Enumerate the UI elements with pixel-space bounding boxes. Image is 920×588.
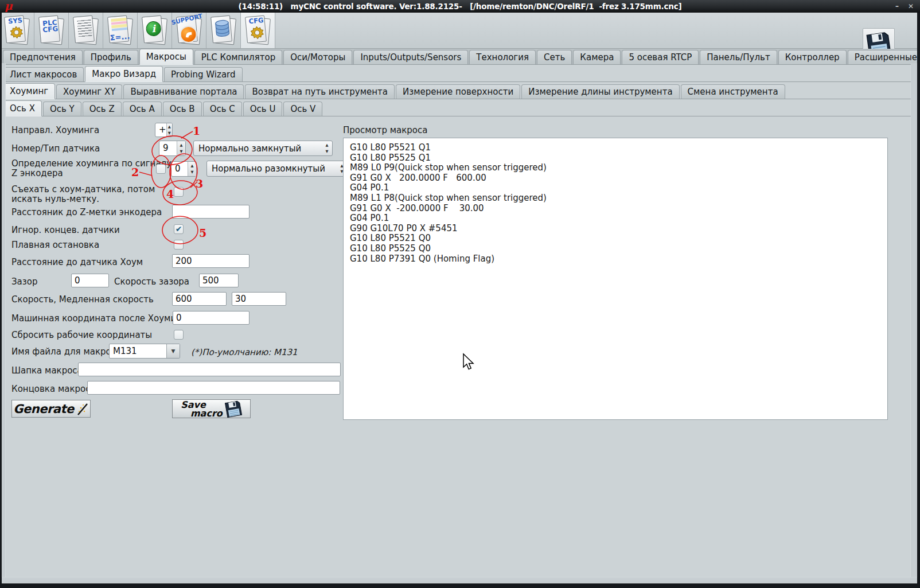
gear-icon — [250, 25, 264, 40]
toolbar-button-document[interactable] — [69, 13, 103, 48]
toolbar-button-cfg[interactable]: CFG — [241, 13, 275, 48]
home-distance-input[interactable] — [172, 254, 250, 268]
tab-plc-compiler[interactable]: PLC Компилятор — [194, 50, 282, 64]
arrow-up-icon[interactable]: ▲ — [191, 163, 194, 168]
minimize-button[interactable]: – — [890, 0, 904, 13]
frame-lines-bottom — [2, 577, 917, 583]
window-border-right — [917, 13, 920, 588]
fast-speed-input[interactable] — [172, 292, 227, 306]
arrow-up-icon[interactable]: ▲ — [326, 143, 329, 147]
arrow-down-icon[interactable]: ▼ — [191, 170, 194, 174]
reset-coords-label: Сбросить рабочие координаты — [11, 330, 152, 340]
tab-axis-v[interactable]: Ось V — [283, 102, 322, 116]
save-macro-button[interactable]: Save macro — [172, 399, 251, 418]
macro-footer-input[interactable] — [87, 381, 340, 395]
tab-homing-xy[interactable]: Хоуминг XY — [56, 84, 122, 99]
database-icon — [209, 14, 236, 46]
title-bar: μ (14:58:11) myCNC control software. Ver… — [0, 0, 920, 13]
gap-label: Зазор — [11, 277, 37, 287]
tab-controller[interactable]: Контроллер — [778, 50, 847, 64]
annotation-line-3 — [190, 182, 197, 188]
annotation-number-1: 1 — [193, 124, 200, 137]
plc-cfg-icon: PLC CFG — [37, 14, 64, 46]
tab-inputs-outputs[interactable]: Inputs/Outputs/Sensors — [353, 50, 468, 64]
annotation-line-1 — [181, 131, 193, 138]
dropdown-arrow-icon[interactable]: ▼ — [166, 344, 180, 358]
tab-axis-b[interactable]: Ось B — [163, 102, 202, 116]
tab-axes-motors[interactable]: Оси/Моторы — [283, 50, 352, 64]
tab-axis-y[interactable]: Ось Y — [43, 102, 81, 116]
sensor-number-spinbox[interactable]: 9 ▲ ▼ — [159, 141, 186, 156]
ignore-limits-label: Игнор. концев. датчики — [11, 225, 120, 235]
tab-homing[interactable]: Хоуминг — [3, 83, 55, 99]
sys-label: SYS — [8, 17, 23, 25]
toolbar-button-formulas[interactable]: Σ=... — [103, 13, 138, 48]
spinner-arrows[interactable]: ▲ ▼ — [166, 123, 172, 137]
tab-tool-length-measure[interactable]: Измерение длины инструмента — [521, 84, 679, 99]
tab-macro-wizard[interactable]: Макро Визард — [85, 66, 163, 82]
slow-speed-input[interactable] — [232, 292, 286, 306]
toolbar: SYS PLC CFG Σ=... i — [0, 13, 920, 49]
cfg-icon: CFG — [243, 14, 271, 46]
tab-axis-x[interactable]: Ось X — [3, 100, 42, 116]
support-label: SUPPORT — [171, 13, 203, 26]
tab-panel[interactable]: Панель/Пульт — [700, 50, 777, 64]
tab-gantry-alignment[interactable]: Выравнивание портала — [123, 84, 244, 99]
back-off-checkbox[interactable] — [174, 187, 184, 197]
tab-return-to-path[interactable]: Возврат на путь инструмента — [245, 84, 395, 99]
sensor-type-value: Нормально замкнутый — [194, 143, 323, 154]
generate-button[interactable]: Generate — [11, 400, 91, 418]
tab-macro-list[interactable]: Лист макросов — [3, 67, 84, 81]
tab-axis-a[interactable]: Ось A — [123, 102, 162, 116]
toolbar-button-sys[interactable]: SYS — [0, 13, 34, 48]
encoder-z-type-combobox[interactable]: Нормально разомкнутый ▲ ▼ — [206, 161, 348, 177]
home-distance-label: Расстояние до датчика Хоум — [11, 258, 143, 267]
arrow-down-icon[interactable]: ▼ — [180, 149, 183, 154]
tab-network[interactable]: Сеть — [537, 50, 572, 64]
window-border-bottom — [0, 583, 920, 588]
main-tab-bar: Предпочтения Профиль Макросы PLC Компиля… — [0, 49, 920, 65]
close-button[interactable]: ✕ — [904, 0, 918, 13]
z-mark-distance-input[interactable] — [172, 205, 250, 219]
encoder-z-checkbox[interactable] — [156, 164, 166, 174]
toolbar-button-info[interactable]: i — [138, 13, 172, 48]
tab-surface-measure[interactable]: Измерение поверхности — [396, 84, 520, 99]
tab-5axis-rtcp[interactable]: 5 осевая RTCP — [622, 50, 699, 64]
tab-tool-change[interactable]: Смена инструмента — [681, 84, 785, 99]
ignore-limits-checkbox[interactable]: ✔ — [174, 224, 184, 234]
macro-file-combobox[interactable]: M131 ▼ — [109, 344, 180, 359]
toolbar-button-support[interactable]: SUPPORT — [172, 13, 206, 48]
arrow-up-icon[interactable]: ▲ — [180, 143, 183, 147]
arrow-up-icon[interactable]: ▲ — [168, 124, 171, 129]
gap-input[interactable] — [71, 274, 109, 287]
spinner-arrows[interactable]: ▲ ▼ — [188, 162, 196, 176]
sensor-type-combobox[interactable]: Нормально замкнутый ▲ ▼ — [193, 141, 333, 156]
machine-coord-input[interactable] — [173, 311, 250, 325]
toolbar-button-database[interactable] — [206, 13, 241, 48]
macro-preview-textarea[interactable]: G10 L80 P5521 Q1 G10 L80 P5525 Q1 M89 L0… — [343, 138, 888, 420]
arrow-down-icon[interactable]: ▼ — [326, 149, 329, 154]
tab-preferences[interactable]: Предпочтения — [3, 50, 83, 64]
tab-axis-u[interactable]: Ось U — [243, 102, 283, 116]
text-document-icon — [71, 14, 99, 46]
tab-axis-z[interactable]: Ось Z — [83, 102, 122, 116]
tab-axis-c[interactable]: Ось C — [203, 102, 242, 116]
tab-camera[interactable]: Камера — [573, 50, 621, 64]
ruled-lines — [77, 20, 92, 38]
homing-direction-spinbox[interactable]: + ▲ ▼ — [155, 123, 173, 137]
tab-probing-wizard[interactable]: Probing Wizard — [164, 67, 242, 81]
combo-arrows[interactable]: ▲ ▼ — [323, 143, 332, 154]
window-border-left — [0, 13, 2, 588]
tab-advanced[interactable]: Расширенные настройки — [848, 50, 920, 64]
tab-technology[interactable]: Технология — [469, 50, 536, 64]
tab-profile[interactable]: Профиль — [84, 50, 138, 64]
smooth-stop-checkbox[interactable] — [174, 240, 184, 250]
encoder-z-spinbox[interactable]: 0 ▲ ▼ — [171, 161, 197, 177]
toolbar-button-plc-cfg[interactable]: PLC CFG — [34, 13, 69, 48]
arrow-down-icon[interactable]: ▼ — [168, 131, 171, 135]
tab-macros[interactable]: Макросы — [139, 49, 193, 65]
spinner-arrows[interactable]: ▲ ▼ — [177, 141, 185, 155]
macro-header-input[interactable] — [78, 363, 341, 376]
reset-coords-checkbox[interactable] — [174, 330, 184, 340]
gap-speed-input[interactable] — [199, 274, 239, 287]
